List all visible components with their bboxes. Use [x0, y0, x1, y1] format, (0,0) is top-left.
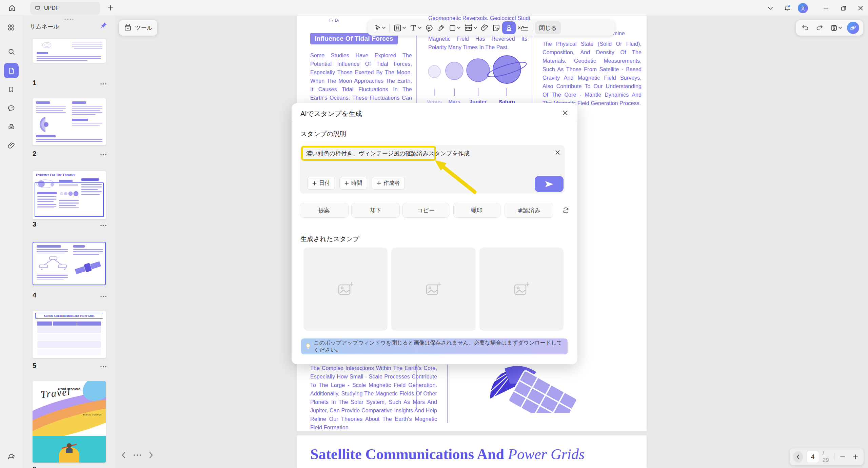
close-toolbar-button[interactable]: 閉じる [535, 21, 561, 34]
generated-stamp-slot[interactable] [391, 248, 475, 331]
redo-button[interactable] [814, 21, 825, 34]
selection-rectangle [35, 182, 104, 217]
signature-icon [517, 24, 529, 32]
attachment-tool-button[interactable] [479, 21, 490, 34]
suggestion-copy[interactable]: コピー [402, 203, 449, 218]
image-placeholder-icon [513, 281, 530, 298]
page-back-button[interactable] [793, 451, 803, 463]
sticker-tool-button[interactable] [490, 21, 502, 34]
thumbnail-menu-button[interactable] [99, 151, 108, 158]
modal-title: AIでスタンプを生成 [300, 109, 362, 118]
chevron-down-icon [402, 26, 406, 29]
tools-button[interactable]: ツール [119, 20, 157, 36]
chevron-down-icon [382, 26, 386, 29]
generate-button[interactable] [535, 176, 564, 192]
ai-assistant-button[interactable] [847, 22, 859, 34]
add-time-chip[interactable]: 時間 [339, 177, 367, 190]
thumbnail-menu-button[interactable] [99, 363, 108, 370]
stamp-tool-button-active[interactable] [502, 21, 516, 34]
chevron-down-icon [839, 26, 842, 29]
thumbnail-page-3[interactable]: Evidence For The Theories [33, 171, 106, 219]
ai-stamp-modal: AIでスタンプを生成 スタンプの説明 日付 時間 作成者 濃い紺色の枠付き、ヴィ… [292, 103, 577, 364]
prompt-input[interactable]: 濃い紺色の枠付き、ヴィンテージ風の確認済みスタンプを作成 [306, 150, 470, 157]
sidebar-item-thumbnails[interactable] [4, 63, 19, 78]
chevron-down-icon [474, 26, 477, 29]
next-page-button[interactable] [149, 452, 153, 459]
pdf-page-2: Satellite Communications And Power Grids [297, 435, 647, 468]
panel-drag-handle[interactable] [64, 18, 74, 20]
redo-icon [816, 24, 823, 31]
export-icon [7, 453, 15, 461]
thumbnail-menu-button[interactable] [99, 222, 108, 229]
thumbnail-number: 3 [33, 220, 36, 228]
cursor-icon [373, 24, 381, 32]
panel-title: サムネール [30, 23, 59, 31]
clear-prompt-button[interactable] [555, 150, 560, 155]
current-page-input[interactable]: 4 [806, 451, 819, 463]
close-window-button[interactable] [855, 3, 866, 14]
heading-tool-button[interactable] [392, 21, 408, 34]
ruler-icon [464, 24, 473, 32]
avatar[interactable]: 文 [797, 3, 808, 14]
send-icon [545, 181, 554, 188]
sidebar-item-comments[interactable] [4, 101, 19, 116]
thumbnail-menu-button[interactable] [99, 293, 108, 299]
thumbnail-page-2[interactable] [33, 98, 106, 145]
doc-paragraph: Magnetic Field Has Reversed Its Polarity… [428, 35, 527, 52]
add-date-chip[interactable]: 日付 [307, 177, 335, 190]
lightbulb-icon [305, 343, 311, 350]
pin-icon[interactable] [100, 21, 108, 30]
export-button[interactable] [4, 449, 19, 464]
thumbnail-page-4-current[interactable] [33, 242, 106, 285]
thumbnail-page-5[interactable]: Satellite Communications And Power Grids [33, 311, 106, 358]
select-tool-button[interactable] [372, 21, 387, 34]
doc-paragraph: The Physical State (Solid Or Fluid), Com… [542, 40, 642, 108]
notifications-button[interactable] [782, 3, 793, 14]
page-list-menu-button[interactable] [133, 454, 141, 456]
search-button[interactable] [4, 44, 19, 59]
thumbnail-number: 5 [33, 362, 36, 370]
suggestion-wax-seal[interactable]: 蝋印 [453, 203, 500, 218]
add-author-chip[interactable]: 作成者 [372, 177, 405, 190]
maximize-button[interactable] [838, 3, 849, 14]
measure-tool-button[interactable] [462, 21, 479, 34]
undo-button[interactable] [800, 21, 811, 34]
page-total: / 29 [823, 450, 831, 464]
zoom-out-button[interactable] [838, 452, 847, 462]
suggestion-approved[interactable]: 承認済み [505, 203, 553, 218]
zoom-in-button[interactable] [851, 452, 860, 462]
image-placeholder-icon [337, 281, 354, 298]
sidebar-item-attachments[interactable] [4, 138, 19, 153]
sidebar-item-print[interactable] [4, 119, 19, 134]
minimize-button[interactable] [821, 3, 831, 14]
app-grid-button[interactable] [4, 20, 19, 35]
refresh-suggestions-button[interactable] [562, 207, 570, 214]
document-tab[interactable]: UPDF [30, 2, 100, 15]
modal-close-button[interactable] [561, 109, 569, 117]
bookmark-icon [7, 86, 15, 93]
thumbnail-menu-button[interactable] [99, 80, 108, 87]
thumbnail-page-1[interactable] [33, 39, 106, 63]
prev-page-button[interactable] [121, 452, 126, 459]
mini-page-title: Evidence For The Theories [36, 173, 75, 177]
suggestion-rejected[interactable]: 却下 [351, 203, 400, 218]
generated-stamp-slot[interactable] [303, 248, 388, 331]
save-button[interactable] [828, 21, 844, 34]
comments-icon [7, 104, 15, 112]
thumbnail-menu-button[interactable] [99, 467, 108, 468]
shape-tool-button[interactable] [447, 21, 462, 34]
comment-tool-button[interactable] [423, 21, 435, 34]
sidebar-item-bookmarks[interactable] [4, 82, 19, 97]
highlighter-tool-button[interactable] [435, 21, 447, 34]
signature-tool-button[interactable] [516, 21, 531, 34]
generated-stamp-slot[interactable] [479, 248, 564, 331]
new-tab-button[interactable] [107, 4, 114, 11]
thumbnail-number: 4 [33, 291, 36, 299]
chevron-down-icon[interactable] [765, 3, 776, 14]
thumbnail-page-6[interactable]: Trend Research Travel BESSIE COOPER [33, 381, 106, 463]
suggestion-proposal[interactable]: 提案 [300, 203, 349, 218]
document-tab-icon [35, 5, 41, 11]
save-icon [830, 24, 838, 32]
text-tool-button[interactable] [408, 21, 423, 34]
home-button[interactable] [8, 4, 16, 12]
